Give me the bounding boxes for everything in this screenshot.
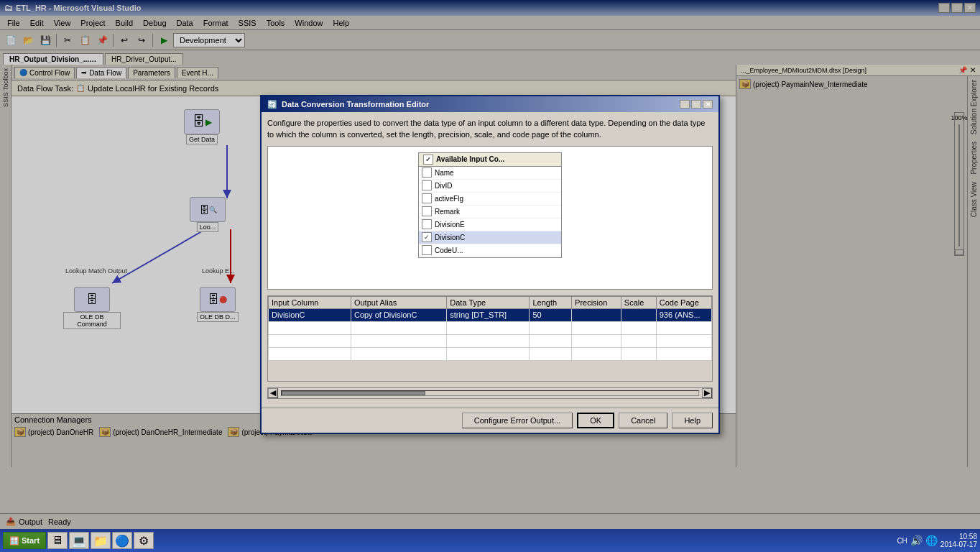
avail-check-divisione[interactable] — [422, 219, 432, 229]
grid-row-0[interactable]: DivisionC Copy of DivisionC string [DT_S… — [269, 308, 712, 321]
avail-col-name: Name — [419, 167, 561, 180]
avail-check-divid[interactable] — [422, 180, 432, 190]
modal-overlay: 🔄 Data Conversion Transformation Editor … — [0, 0, 980, 529]
grid-table: Input Column Output Alias Data Type Leng… — [268, 296, 712, 361]
modal-minimize[interactable]: _ — [680, 100, 690, 109]
avail-header-checkbox[interactable]: ✓ — [423, 155, 433, 165]
avail-col-activeflg: activeFlg — [419, 193, 561, 206]
grid-col-scale: Scale — [621, 296, 656, 308]
avail-col-divisione-label: DivisionE — [435, 221, 465, 229]
grid-cell-output-0: Copy of DivisionC — [351, 308, 446, 321]
help-button[interactable]: Help — [672, 413, 713, 428]
taskbar: 🪟 Start 🖥 💻 📁 🔵 ⚙ CH 🔊 🌐 10:58 2014-07-1… — [0, 529, 980, 552]
grid-cell-input-0: DivisionC — [269, 308, 351, 321]
modal-close[interactable]: ✕ — [703, 100, 713, 109]
grid-col-codepage: Code Page — [656, 296, 711, 308]
grid-cell-datatype-0: string [DT_STR] — [447, 308, 530, 321]
taskbar-icon-2[interactable]: 💻 — [69, 532, 89, 549]
grid-scroll-area: Input Column Output Alias Data Type Leng… — [267, 295, 713, 382]
avail-col-header: ✓ Available Input Co... — [419, 153, 561, 167]
modal-title-bar: 🔄 Data Conversion Transformation Editor … — [262, 96, 718, 112]
taskbar-tray: CH 🔊 🌐 10:58 2014-07-17 — [897, 533, 977, 548]
avail-check-name[interactable] — [422, 167, 432, 178]
grid-col-length: Length — [530, 296, 572, 308]
avail-col-codeu-label: CodeU... — [435, 247, 463, 254]
taskbar-date: 2014-07-17 — [940, 540, 977, 548]
taskbar-icon-5[interactable]: ⚙ — [134, 532, 154, 549]
modal-footer: Configure Error Output... OK Cancel Help — [262, 408, 718, 433]
avail-col-divid: DivID — [419, 180, 561, 193]
scroll-right-button[interactable]: ▶ — [702, 388, 712, 398]
taskbar-locale: CH — [897, 537, 907, 545]
avail-col-header-label: Available Input Co... — [436, 155, 504, 163]
avail-col-activeflg-label: activeFlg — [435, 195, 463, 203]
modal-title-controls: _ □ ✕ — [680, 100, 713, 109]
taskbar-icon-4[interactable]: 🔵 — [112, 532, 132, 549]
avail-check-codeu[interactable] — [422, 245, 432, 255]
grid-row-empty-2 — [269, 334, 712, 347]
avail-col-divisione: DivisionE — [419, 218, 561, 231]
taskbar-clock: 10:58 2014-07-17 — [940, 533, 977, 548]
grid-col-output: Output Alias — [351, 296, 446, 308]
modal-title: Data Conversion Transformation Editor — [282, 100, 429, 109]
avail-col-name-label: Name — [435, 169, 454, 177]
avail-col-divisionc-label: DivisionC — [435, 234, 465, 242]
start-label: Start — [22, 536, 40, 545]
grid-header-row: Input Column Output Alias Data Type Leng… — [269, 296, 712, 308]
cancel-button[interactable]: Cancel — [619, 413, 667, 428]
grid-col-input: Input Column — [269, 296, 351, 308]
avail-col-divid-label: DivID — [435, 182, 452, 190]
grid-cell-scale-0 — [621, 308, 656, 321]
grid-col-precision: Precision — [572, 296, 621, 308]
avail-check-divisionc[interactable]: ✓ — [422, 232, 432, 242]
available-columns-table: ✓ Available Input Co... Name DivID a — [418, 152, 562, 258]
scroll-track[interactable] — [281, 390, 699, 396]
configure-error-button[interactable]: Configure Error Output... — [462, 413, 573, 428]
taskbar-tray-icon-2: 🌐 — [925, 535, 938, 546]
start-icon: 🪟 — [9, 536, 19, 546]
horizontal-scrollbar[interactable]: ◀ ▶ — [267, 387, 713, 399]
ok-button[interactable]: OK — [577, 413, 614, 428]
modal-body: Configure the properties used to convert… — [262, 112, 718, 408]
scroll-left-button[interactable]: ◀ — [268, 388, 278, 398]
grid-row-empty-3 — [269, 347, 712, 360]
avail-col-remark: Remark — [419, 206, 561, 218]
grid-row-empty-1 — [269, 321, 712, 334]
modal-title-icon: 🔄 — [267, 100, 277, 109]
scroll-thumb[interactable] — [282, 391, 425, 395]
grid-cell-length-0: 50 — [530, 308, 572, 321]
taskbar-time: 10:58 — [940, 533, 977, 540]
avail-col-divisionc: ✓ DivisionC — [419, 231, 561, 244]
modal-maximize[interactable]: □ — [691, 100, 701, 109]
taskbar-icon-3[interactable]: 📁 — [91, 532, 111, 549]
available-columns-container: ✓ Available Input Co... Name DivID a — [267, 146, 713, 290]
modal-description: Configure the properties used to convert… — [267, 118, 713, 140]
avail-check-remark[interactable] — [422, 206, 432, 216]
avail-col-remark-label: Remark — [435, 208, 460, 216]
modal-dialog: 🔄 Data Conversion Transformation Editor … — [260, 95, 720, 434]
avail-col-codeu: CodeU... — [419, 244, 561, 257]
taskbar-icon-1[interactable]: 🖥 — [47, 532, 68, 549]
grid-cell-codepage-0: 936 (ANS... — [656, 308, 711, 321]
start-button[interactable]: 🪟 Start — [3, 532, 46, 549]
grid-col-datatype: Data Type — [447, 296, 530, 308]
taskbar-tray-icon-1: 🔊 — [910, 535, 923, 546]
avail-check-activeflg[interactable] — [422, 193, 432, 203]
grid-cell-precision-0 — [572, 308, 621, 321]
